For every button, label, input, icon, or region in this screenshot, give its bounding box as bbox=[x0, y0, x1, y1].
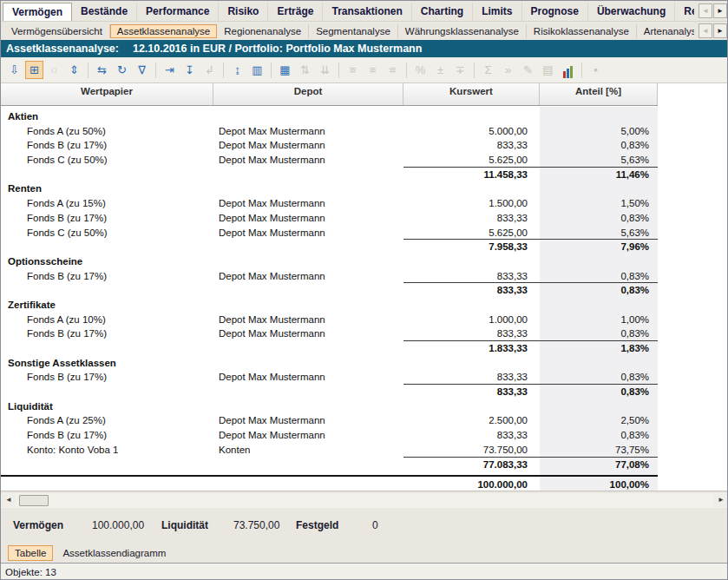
subtab-regionenanalyse[interactable]: Regionenanalyse bbox=[217, 24, 309, 38]
c1-cell: Fonds B (zu 17%) bbox=[1, 370, 213, 385]
c2-cell: Depot Max Mustermann bbox=[213, 211, 403, 226]
subtab-segmentanalyse[interactable]: Segmentanalyse bbox=[309, 24, 398, 38]
subtab-währungsklassenanalyse[interactable]: Währungsklassenanalyse bbox=[398, 24, 527, 38]
c3-cell: 833,33 bbox=[403, 385, 540, 399]
subtab-assetklassenanalyse[interactable]: Assetklassenanalyse bbox=[110, 24, 217, 38]
c3-cell: 833,33 bbox=[403, 326, 540, 341]
column-header-wertpapier[interactable]: Wertpapier bbox=[1, 83, 213, 105]
table-item-row[interactable]: Fonds B (zu 17%)Depot Max Mustermann833,… bbox=[1, 269, 658, 284]
menu-scroll-left-icon[interactable]: ◄ bbox=[698, 3, 712, 18]
table-body: AktienFonds A (zu 50%)Depot Max Musterma… bbox=[1, 107, 728, 491]
table-item-row[interactable]: Fonds C (zu 50%)Depot Max Mustermann5.62… bbox=[1, 226, 658, 241]
collapse-column-icon[interactable]: ⇥ bbox=[161, 61, 179, 79]
refresh-icon[interactable]: ↻ bbox=[113, 61, 131, 79]
table-subtotal-row: 11.458,3311,46% bbox=[1, 168, 658, 182]
c2-cell: Depot Max Mustermann bbox=[213, 313, 403, 327]
menu-item-bestände[interactable]: Bestände bbox=[72, 3, 137, 21]
sort-ascending-icon: ⇅ bbox=[296, 61, 314, 79]
chart-bar bbox=[563, 71, 566, 78]
table-item-row[interactable]: Fonds A (zu 10%)Depot Max Mustermann1.00… bbox=[1, 313, 658, 327]
menu-item-limits[interactable]: Limits bbox=[473, 3, 521, 21]
table-item-row[interactable]: Fonds C (zu 50%)Depot Max Mustermann5.62… bbox=[1, 153, 658, 168]
scroll-left-icon[interactable]: ◄ bbox=[2, 494, 16, 507]
menu-item-erträge[interactable]: Erträge bbox=[268, 3, 323, 21]
menu-item-risiko[interactable]: Risiko bbox=[219, 3, 268, 21]
column-header-kurswert[interactable]: Kurswert bbox=[403, 83, 540, 105]
table-item-row[interactable]: Konto: Konto Voba 1Konten73.750,0073,75% bbox=[1, 443, 658, 458]
c1-cell: Fonds B (zu 17%) bbox=[1, 211, 213, 226]
c4-cell: 0,83% bbox=[540, 138, 658, 153]
table-item-row[interactable]: Fonds A (zu 15%)Depot Max Mustermann1.50… bbox=[1, 196, 658, 211]
c2-cell: Konten bbox=[213, 443, 403, 458]
column-select-icon[interactable]: ▦ bbox=[276, 61, 294, 79]
c1-cell: Fonds A (zu 10%) bbox=[1, 313, 213, 327]
c4-cell: 0,83% bbox=[540, 428, 658, 443]
subtab-artenanalyse[interactable]: Artenanalyse bbox=[637, 24, 694, 38]
toolbar-separator bbox=[474, 63, 475, 78]
sort-descending-icon: ⇊ bbox=[316, 61, 334, 79]
chart-filter-icon[interactable]: ▥ bbox=[248, 61, 266, 79]
toolbar-separator bbox=[271, 63, 272, 78]
table-item-row[interactable]: Fonds B (zu 17%)Depot Max Mustermann833,… bbox=[1, 138, 658, 153]
insert-row-icon[interactable]: ↨ bbox=[228, 61, 246, 79]
subtab-scroll-right-icon[interactable]: ► bbox=[713, 23, 727, 38]
c4-cell bbox=[540, 356, 658, 371]
subtab-vermögensübersicht[interactable]: Vermögensübersicht bbox=[4, 24, 110, 38]
menu-item-performance[interactable]: Performance bbox=[137, 3, 219, 21]
tab-assetklassendiagramm[interactable]: Assetklassendiagramm bbox=[56, 546, 172, 560]
table-item-row[interactable]: Fonds A (zu 25%)Depot Max Mustermann2.50… bbox=[1, 413, 658, 428]
c1-cell: Fonds C (zu 50%) bbox=[1, 153, 213, 168]
summary-value-festgeld: 0 bbox=[372, 519, 407, 531]
c4-cell: 0,83% bbox=[540, 211, 658, 226]
subtab-scroll-left-icon[interactable]: ◄ bbox=[698, 23, 712, 38]
maximize-view-icon[interactable]: ⊞ bbox=[25, 61, 43, 79]
menu-item-reporting[interactable]: Reporting bbox=[675, 3, 694, 21]
column-header-depot[interactable]: Depot bbox=[213, 83, 403, 105]
filter-icon[interactable]: ∇ bbox=[133, 61, 151, 79]
toolbar-separator bbox=[223, 63, 224, 78]
menu-item-charting[interactable]: Charting bbox=[412, 3, 473, 21]
c1-cell: Renten bbox=[1, 181, 213, 196]
bar-chart-icon[interactable] bbox=[559, 61, 577, 79]
horizontal-scrollbar[interactable]: ◄ ► bbox=[1, 493, 728, 508]
menu-item-vermögen[interactable]: Vermögen bbox=[3, 3, 72, 21]
c1-cell: Optionsscheine bbox=[1, 254, 213, 269]
fit-columns-icon[interactable]: ⇆ bbox=[93, 61, 111, 79]
column-header-anteil[interactable]: Anteil [%] bbox=[540, 83, 658, 105]
table-group-row-sonstige-assetklassen: Sonstige Assetklassen bbox=[1, 356, 658, 371]
c1-cell: Fonds B (zu 17%) bbox=[1, 269, 213, 284]
table-item-row[interactable]: Fonds B (zu 17%)Depot Max Mustermann833,… bbox=[1, 211, 658, 226]
c3-cell: 5.000,00 bbox=[403, 124, 540, 139]
summary-label-liquidität: Liquidität bbox=[161, 519, 233, 531]
tab-tabelle[interactable]: Tabelle bbox=[8, 545, 53, 561]
c3-cell bbox=[403, 356, 540, 371]
subtab-risikoklassenanalyse[interactable]: Risikoklassenanalyse bbox=[527, 24, 637, 38]
c3-cell bbox=[403, 298, 540, 313]
c3-cell: 833,33 bbox=[403, 269, 540, 284]
main-menubar: VermögenBeständePerformanceRisikoErträge… bbox=[1, 1, 728, 22]
c3-cell: 833,33 bbox=[403, 138, 540, 153]
c2-cell bbox=[213, 458, 403, 472]
menu-scroll-right-icon[interactable]: ► bbox=[713, 3, 727, 18]
table-item-row[interactable]: Fonds A (zu 50%)Depot Max Mustermann5.00… bbox=[1, 124, 658, 139]
percent-format-icon: % bbox=[411, 61, 430, 79]
table-group-row-zertifikate: Zertifikate bbox=[1, 298, 658, 313]
undo-icon: ↲ bbox=[200, 61, 219, 79]
menu-item-prognose[interactable]: Prognose bbox=[522, 3, 588, 21]
c4-cell: 11,46% bbox=[540, 168, 658, 182]
c1-cell bbox=[1, 168, 213, 182]
c4-cell: 1,50% bbox=[540, 196, 658, 211]
export-icon[interactable]: ⇩ bbox=[5, 61, 23, 79]
scroll-right-icon[interactable]: ► bbox=[714, 494, 728, 507]
c1-cell: Fonds A (zu 15%) bbox=[1, 196, 213, 211]
toolbar-separator bbox=[338, 63, 339, 78]
scrollbar-thumb[interactable] bbox=[19, 495, 49, 506]
table-item-row[interactable]: Fonds B (zu 17%)Depot Max Mustermann833,… bbox=[1, 428, 658, 443]
expand-vertical-icon[interactable]: ⇕ bbox=[65, 61, 83, 79]
table-item-row[interactable]: Fonds B (zu 17%)Depot Max Mustermann833,… bbox=[1, 370, 658, 385]
menu-item-überwachung[interactable]: Überwachung bbox=[588, 3, 675, 21]
table-item-row[interactable]: Fonds B (zu 17%)Depot Max Mustermann833,… bbox=[1, 326, 658, 341]
menu-item-transaktionen[interactable]: Transaktionen bbox=[323, 3, 411, 21]
expand-rows-icon[interactable]: ↧ bbox=[180, 61, 199, 79]
c4-cell: 0,83% bbox=[540, 370, 658, 385]
